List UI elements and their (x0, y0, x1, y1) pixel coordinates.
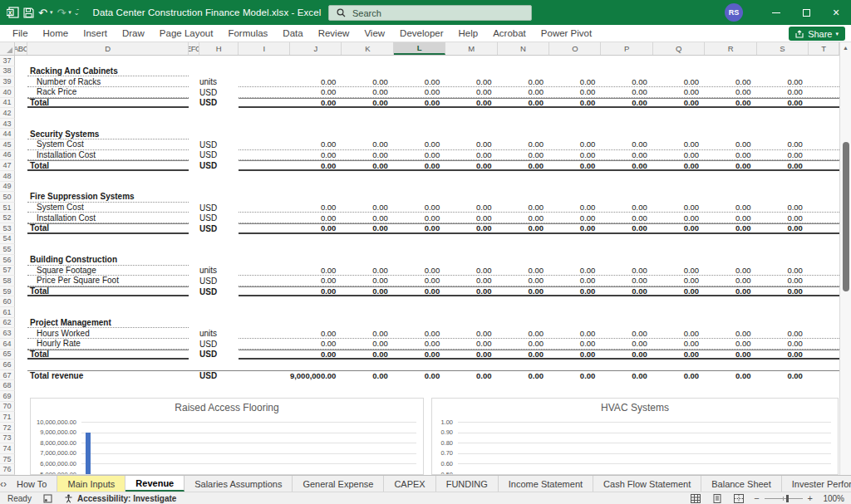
cell-value[interactable]: 0.00 (549, 350, 601, 359)
minimize-button[interactable] (761, 0, 791, 25)
cell-value[interactable]: 0.00 (342, 339, 393, 349)
ribbon-tab-file[interactable]: File (5, 25, 36, 42)
ribbon-tab-home[interactable]: Home (36, 25, 76, 42)
cell-value[interactable]: 0.00 (394, 350, 445, 359)
row-header-66[interactable]: 66 (0, 360, 15, 370)
cell-value[interactable]: 0.00 (549, 99, 601, 107)
cell-value[interactable]: 0.00 (601, 266, 652, 276)
row-header-49[interactable]: 49 (0, 182, 15, 193)
cell-value[interactable]: 0.00 (653, 76, 705, 86)
cell-label[interactable]: Total (27, 286, 189, 297)
cell-label[interactable]: Fire Suppression Systems (27, 192, 189, 203)
cell-value[interactable]: 0.00 (498, 139, 549, 149)
cell-value[interactable]: 0.00 (653, 150, 705, 160)
row-header-69[interactable]: 69 (0, 391, 15, 402)
row-header-72[interactable]: 72 (0, 423, 15, 433)
cell-label[interactable]: Building Construction (27, 255, 189, 266)
row-header-73[interactable]: 73 (0, 433, 15, 444)
undo-icon[interactable]: ↶ (38, 5, 47, 20)
select-all-button[interactable] (0, 42, 15, 55)
cell-value[interactable]: 0.00 (445, 203, 497, 213)
column-header-D[interactable]: D (27, 42, 189, 55)
row-header-53[interactable]: 53 (0, 223, 15, 234)
cell-value[interactable]: 0.00 (394, 328, 445, 338)
undo-dropdown-icon[interactable]: ▾ (50, 9, 53, 16)
cell-value[interactable]: 0.00 (290, 224, 342, 232)
row-header-59[interactable]: 59 (0, 286, 15, 297)
row-header-47[interactable]: 47 (0, 160, 15, 171)
cell-value[interactable]: 0.00 (498, 328, 549, 338)
column-header-H[interactable]: H (199, 42, 239, 55)
column-header-T[interactable]: T (809, 42, 839, 55)
row-header-64[interactable]: 64 (0, 339, 15, 350)
column-header-P[interactable]: P (601, 42, 652, 55)
cell-value[interactable]: 0.00 (342, 350, 393, 359)
maximize-button[interactable] (791, 0, 821, 25)
cell-value[interactable]: 0.00 (394, 150, 445, 160)
row-header-43[interactable]: 43 (0, 119, 15, 130)
cell-value[interactable]: 0.00 (549, 339, 601, 349)
ribbon-tab-acrobat[interactable]: Acrobat (485, 25, 534, 42)
cell-value[interactable]: 0.00 (498, 161, 549, 169)
cell-unit[interactable]: USD (199, 203, 238, 213)
ribbon-tab-review[interactable]: Review (311, 25, 357, 42)
cell-unit[interactable]: USD (199, 223, 238, 234)
cell-value[interactable]: 0.00 (705, 350, 756, 359)
cell-value[interactable]: 0.00 (653, 99, 705, 107)
cell-value[interactable]: 0.00 (601, 87, 652, 97)
cell-label[interactable]: Price Per Square Foot (27, 276, 189, 286)
cell-value[interactable]: 0.00 (445, 99, 497, 107)
avatar[interactable]: RS (725, 3, 743, 22)
column-header-Q[interactable]: Q (653, 42, 705, 55)
cell-value[interactable]: 0.00 (342, 287, 393, 296)
cell-value[interactable]: 0.00 (342, 87, 393, 97)
ribbon-tab-data[interactable]: Data (275, 25, 310, 42)
cell-value[interactable]: 0.00 (653, 161, 705, 169)
cell-value[interactable]: 0.00 (498, 350, 549, 359)
row-header-76[interactable]: 76 (0, 464, 15, 475)
cell-value[interactable]: 0.00 (705, 287, 756, 296)
row-header-52[interactable]: 52 (0, 213, 15, 223)
cell-value[interactable]: 0.00 (601, 76, 652, 86)
cell-value[interactable]: 0.00 (601, 224, 652, 232)
ribbon-tab-view[interactable]: View (357, 25, 392, 42)
cell-value[interactable]: 0.00 (342, 276, 393, 286)
save-icon[interactable] (23, 5, 34, 20)
cell-value[interactable]: 0.00 (445, 350, 497, 359)
cell-value[interactable]: 0.00 (342, 213, 393, 223)
cell-value[interactable]: 0.00 (394, 287, 445, 296)
cell-value[interactable]: 0.00 (705, 224, 756, 232)
cell-value[interactable]: 0.00 (445, 339, 497, 349)
cell-value[interactable]: 0.00 (653, 339, 705, 349)
cell-label[interactable]: Racking And Cabinets (27, 66, 189, 77)
cell-value[interactable]: 0.00 (705, 370, 756, 381)
cell-value[interactable]: 0.00 (342, 328, 393, 338)
cell-value[interactable]: 0.00 (498, 370, 549, 381)
scrollbar-thumb[interactable] (843, 142, 849, 291)
cell-value[interactable]: 0.00 (757, 328, 809, 338)
cell-value[interactable]: 0.00 (549, 161, 601, 169)
cell-value[interactable]: 0.00 (342, 150, 393, 160)
cell-value[interactable]: 0.00 (445, 213, 497, 223)
zoom-in-icon[interactable]: + (808, 494, 813, 503)
cell-unit[interactable]: USD (199, 339, 238, 350)
row-header-41[interactable]: 41 (0, 98, 15, 109)
cell-value[interactable]: 0.00 (290, 339, 342, 349)
cell-value[interactable]: 0.00 (342, 76, 393, 86)
cell-value[interactable]: 0.00 (549, 266, 601, 276)
column-header-M[interactable]: M (445, 42, 497, 55)
cell-value[interactable]: 0.00 (601, 150, 652, 160)
cell-label[interactable]: Square Footage (27, 266, 189, 276)
close-button[interactable]: × (821, 0, 851, 25)
cell-label[interactable]: Project Management (27, 318, 189, 329)
cell-value[interactable]: 0.00 (445, 370, 497, 381)
cell-value[interactable]: 0.00 (757, 76, 809, 86)
row-header-46[interactable]: 46 (0, 150, 15, 161)
cell-value[interactable]: 0.00 (549, 87, 601, 97)
row-header-74[interactable]: 74 (0, 443, 15, 454)
cell-label[interactable]: Total (27, 160, 189, 171)
cell-value[interactable]: 0.00 (653, 287, 705, 296)
cell-value[interactable]: 0.00 (498, 266, 549, 276)
cell-value[interactable]: 0.00 (653, 370, 705, 381)
cell-value[interactable]: 0.00 (290, 287, 342, 296)
